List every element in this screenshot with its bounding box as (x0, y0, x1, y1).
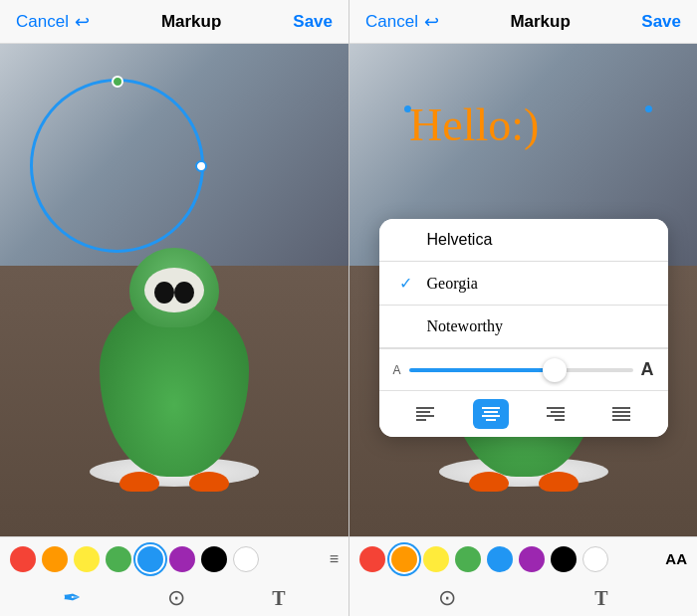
lasso-tool[interactable]: ⊙ (167, 585, 185, 611)
right-panel: Cancel ↩ Markup Save Hello:) (348, 0, 697, 616)
right-tool-row: ⊙ T (349, 580, 697, 616)
svg-rect-8 (547, 407, 565, 409)
align-center-button[interactable] (473, 399, 509, 429)
svg-rect-2 (416, 415, 434, 417)
color-blue[interactable] (137, 546, 163, 572)
font-helvetica[interactable]: Helvetica (379, 219, 668, 262)
left-panel: Cancel ↩ Markup Save (0, 0, 348, 616)
svg-rect-7 (486, 419, 496, 421)
hello-text[interactable]: Hello:) (409, 99, 539, 151)
size-row: A A (379, 348, 668, 390)
right-color-yellow[interactable] (423, 546, 449, 572)
svg-rect-13 (612, 411, 630, 413)
right-nav-bar: Cancel ↩ Markup Save (349, 0, 697, 44)
size-small-label: A (393, 363, 401, 377)
left-nav-bar: Cancel ↩ Markup Save (0, 0, 348, 44)
right-nav-left: Cancel ↩ (365, 11, 439, 33)
yoshi-face (144, 268, 204, 312)
noteworthy-label: Noteworthy (427, 317, 503, 335)
left-tool-row: ✒ ⊙ T (0, 580, 348, 616)
left-image-area (0, 44, 348, 536)
alignment-row (379, 390, 668, 437)
color-orange[interactable] (42, 546, 68, 572)
svg-rect-3 (416, 419, 426, 421)
right-yoshi-left-foot (469, 472, 509, 492)
right-text-tool[interactable]: T (594, 587, 607, 610)
left-save-button[interactable]: Save (293, 12, 333, 32)
right-color-white[interactable] (582, 546, 608, 572)
svg-rect-9 (551, 411, 565, 413)
svg-rect-10 (547, 415, 565, 417)
svg-rect-1 (416, 411, 430, 413)
right-color-green[interactable] (455, 546, 481, 572)
right-nav-title: Markup (510, 12, 570, 32)
right-bottom-toolbar: AA ⊙ T (349, 536, 697, 616)
helvetica-label: Helvetica (427, 231, 493, 249)
svg-rect-4 (482, 407, 500, 409)
right-color-orange[interactable] (391, 546, 417, 572)
georgia-check: ✓ (399, 274, 417, 293)
right-yoshi-right-foot (539, 472, 579, 492)
color-green[interactable] (106, 546, 131, 572)
right-lasso-tool[interactable]: ⊙ (438, 585, 456, 611)
font-picker-popup: Helvetica ✓ Georgia Noteworthy A A (379, 219, 668, 437)
right-undo-button[interactable]: ↩ (424, 11, 439, 33)
left-bottom-toolbar: ≡ ✒ ⊙ T (0, 536, 348, 616)
menu-button[interactable]: ≡ (330, 550, 339, 568)
left-color-row: ≡ (0, 537, 348, 580)
right-color-red[interactable] (359, 546, 385, 572)
size-slider-track[interactable] (409, 368, 633, 372)
font-georgia[interactable]: ✓ Georgia (379, 262, 668, 306)
svg-rect-6 (482, 415, 500, 417)
right-image-area: Hello:) Helvetica ✓ Georgia Noteworthy A (349, 44, 697, 536)
wall-bg (0, 44, 348, 266)
svg-rect-0 (416, 407, 434, 409)
left-undo-button[interactable]: ↩ (75, 11, 90, 33)
right-cancel-button[interactable]: Cancel (365, 12, 418, 32)
color-purple[interactable] (169, 546, 195, 572)
hello-dot-right (645, 105, 652, 112)
yoshi-right-foot (189, 472, 229, 492)
align-left-button[interactable] (407, 399, 443, 429)
color-red[interactable] (10, 546, 36, 572)
size-slider-thumb[interactable] (543, 358, 567, 382)
svg-rect-12 (612, 407, 630, 409)
font-noteworthy[interactable]: Noteworthy (379, 306, 668, 348)
right-color-purple[interactable] (519, 546, 545, 572)
yoshi-figure (100, 298, 249, 477)
color-yellow[interactable] (74, 546, 100, 572)
yoshi-right-eye (174, 282, 194, 304)
color-white[interactable] (233, 546, 259, 572)
pen-tool[interactable]: ✒ (63, 585, 81, 611)
text-tool[interactable]: T (272, 587, 285, 610)
right-color-row: AA (349, 537, 697, 580)
yoshi-left-foot (119, 472, 159, 492)
yoshi-head (129, 248, 219, 327)
svg-rect-15 (612, 419, 630, 421)
align-justify-button[interactable] (603, 399, 639, 429)
svg-rect-5 (484, 411, 498, 413)
color-black[interactable] (201, 546, 227, 572)
right-color-blue[interactable] (487, 546, 513, 572)
right-color-black[interactable] (551, 546, 577, 572)
left-nav-left: Cancel ↩ (16, 11, 90, 33)
yoshi-left-eye (154, 282, 174, 304)
right-save-button[interactable]: Save (641, 12, 681, 32)
svg-rect-11 (555, 419, 565, 421)
yoshi-body-shape (100, 298, 249, 477)
left-nav-title: Markup (161, 12, 221, 32)
size-large-label: A (641, 359, 654, 380)
align-right-button[interactable] (538, 399, 574, 429)
aa-button[interactable]: AA (665, 550, 687, 567)
svg-rect-14 (612, 415, 630, 417)
georgia-label: Georgia (427, 275, 478, 293)
left-cancel-button[interactable]: Cancel (16, 12, 69, 32)
